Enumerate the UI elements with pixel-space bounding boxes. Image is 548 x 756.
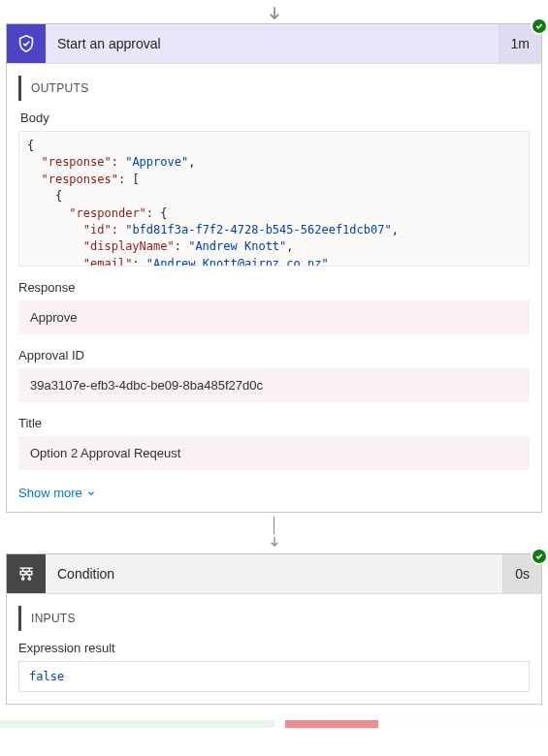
- inputs-section-label: INPUTS: [18, 606, 530, 631]
- success-badge-icon: [531, 548, 548, 565]
- json-key: "email": [83, 257, 133, 267]
- condition-title: Condition: [46, 566, 502, 582]
- json-key: "id": [83, 223, 112, 236]
- json-key: "responder": [69, 206, 145, 220]
- json-key: "response": [41, 155, 111, 169]
- json-val: "Andrew Knott": [188, 239, 286, 253]
- title-field-label: Title: [18, 416, 530, 430]
- arrow-down-icon: [267, 534, 282, 550]
- json-line: {: [27, 189, 62, 203]
- branch-strip: [0, 720, 548, 728]
- expression-result-value: false: [18, 661, 530, 692]
- approval-id-value: 39a3107e-efb3-4dbc-be09-8ba485f27d0c: [18, 368, 530, 402]
- condition-card-body: INPUTS Expression result false: [7, 593, 541, 704]
- approval-card-body: OUTPUTS Body { "response": "Approve", "r…: [7, 63, 541, 512]
- approval-icon: [7, 24, 46, 63]
- json-val: "Approve": [125, 155, 188, 169]
- svg-rect-1: [27, 572, 32, 575]
- json-key: "responses": [41, 173, 117, 186]
- json-output-box[interactable]: { "response": "Approve", "responses": [ …: [18, 131, 530, 267]
- json-val: "Andrew.Knott@airnz.co.nz": [146, 257, 329, 267]
- approval-card-header[interactable]: Start an approval 1m: [7, 24, 541, 63]
- response-label: Response: [18, 280, 530, 295]
- approval-card: Start an approval 1m OUTPUTS Body { "res…: [6, 23, 542, 513]
- outputs-section-label: OUTPUTS: [18, 76, 530, 101]
- condition-card-header[interactable]: Condition 0s: [7, 554, 541, 593]
- approval-title: Start an approval: [46, 36, 499, 51]
- show-more-label: Show more: [18, 486, 82, 500]
- flow-arrow-top: [0, 0, 548, 23]
- condition-card: Condition 0s INPUTS Expression result fa…: [6, 553, 542, 705]
- success-badge-icon: [531, 17, 548, 35]
- svg-point-2: [22, 578, 24, 580]
- response-value: Approve: [18, 300, 530, 334]
- expression-result-label: Expression result: [18, 641, 530, 655]
- condition-icon: [7, 554, 46, 593]
- show-more-link[interactable]: Show more: [18, 486, 96, 500]
- approval-id-label: Approval ID: [18, 348, 530, 362]
- body-label: Body: [20, 110, 528, 125]
- json-val: "bfd81f3a-f7f2-4728-b545-562eef1dcb07": [125, 223, 392, 236]
- svg-point-3: [28, 578, 30, 580]
- flow-connector: [0, 513, 548, 553]
- json-line: {: [27, 139, 34, 152]
- chevron-down-icon: [86, 488, 96, 498]
- json-key: "displayName": [83, 239, 175, 253]
- title-field-value: Option 2 Approval Reqeust: [18, 436, 530, 470]
- svg-rect-0: [20, 572, 25, 575]
